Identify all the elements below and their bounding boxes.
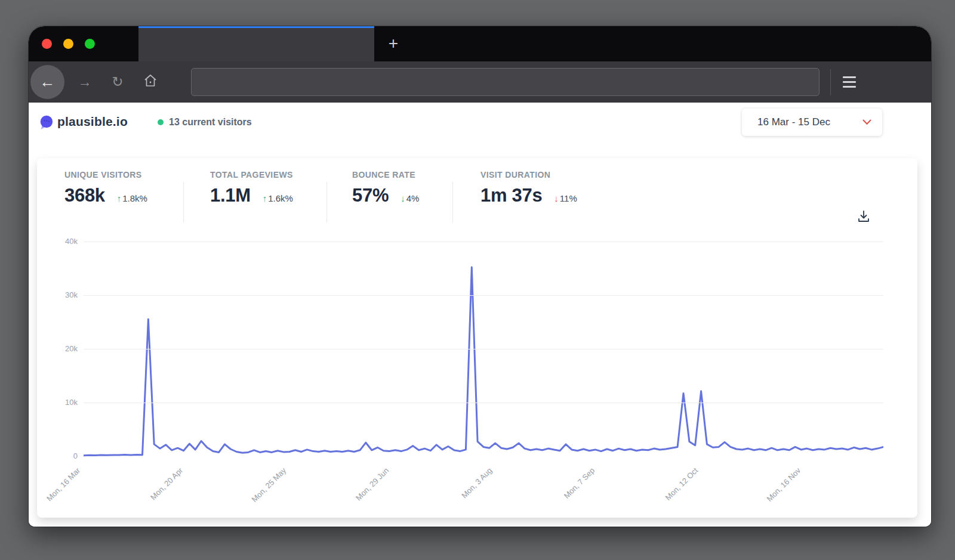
current-visitors: 13 current visitors (158, 117, 252, 128)
current-visitors-label: 13 current visitors (169, 117, 252, 128)
new-tab-button[interactable]: + (381, 33, 405, 55)
download-report-button[interactable] (857, 209, 871, 224)
gridline (84, 295, 883, 296)
stat-change: ↓4% (401, 193, 419, 203)
forward-icon: → (78, 74, 92, 89)
site-header: plausible.io 13 current visitors 16 Mar … (29, 103, 931, 158)
x-tick-label: Mon, 12 Oct (637, 466, 700, 527)
down-arrow-icon: ↓ (401, 193, 405, 203)
reload-button[interactable]: ↻ (106, 74, 130, 90)
forward-button[interactable]: → (73, 74, 97, 90)
live-dot-icon (158, 119, 164, 125)
date-range-selector[interactable]: 16 Mar - 15 Dec (742, 109, 882, 136)
x-tick-label: Mon, 25 May (226, 466, 288, 527)
stat-value: 1m 37s (480, 185, 542, 206)
x-tick-label: Mon, 16 Nov (740, 466, 802, 527)
download-icon (857, 209, 871, 224)
close-window-button[interactable] (42, 39, 52, 49)
reload-icon: ↻ (112, 74, 123, 89)
gridline (84, 242, 883, 242)
stat-value: 368k (64, 185, 105, 206)
stat-visit-duration[interactable]: VISIT DURATION 1m 37s ↓11% (480, 170, 577, 206)
stat-divider (183, 182, 184, 222)
url-bar[interactable] (191, 68, 820, 96)
up-arrow-icon: ↑ (263, 193, 267, 203)
stat-total-pageviews[interactable]: TOTAL PAGEVIEWS 1.1M ↑1.6k% (210, 170, 293, 206)
analytics-card: UNIQUE VISITORS 368k ↑1.8k% TOTAL PAGEVI… (37, 158, 917, 518)
maximize-window-button[interactable] (85, 39, 95, 49)
y-tick-label: 20k (51, 344, 78, 353)
stat-divider (452, 182, 453, 222)
home-button[interactable] (138, 73, 162, 91)
stat-change: ↑1.8k% (117, 193, 147, 203)
stat-unique-visitors[interactable]: UNIQUE VISITORS 368k ↑1.8k% (64, 170, 147, 206)
chevron-down-icon (862, 119, 871, 125)
y-tick-label: 0 (51, 451, 78, 460)
site-name[interactable]: plausible.io (57, 115, 128, 129)
x-tick-label: Mon, 20 Apr (123, 466, 185, 527)
home-icon (143, 73, 158, 88)
stat-value: 57% (352, 185, 389, 206)
y-tick-label: 30k (51, 290, 78, 299)
x-tick-label: Mon, 16 Mar (29, 466, 82, 527)
back-button[interactable]: ← (30, 65, 64, 99)
visitors-line-plot (84, 242, 883, 460)
stat-bounce-rate[interactable]: BOUNCE RATE 57% ↓4% (352, 170, 419, 206)
stat-change: ↑1.6k% (263, 193, 293, 203)
x-tick-label: Mon, 7 Sep (534, 466, 596, 527)
down-arrow-icon: ↓ (554, 193, 559, 203)
y-tick-label: 10k (51, 398, 78, 407)
browser-tab[interactable] (138, 26, 374, 61)
stat-change: ↓11% (554, 193, 577, 203)
stat-divider (326, 182, 327, 222)
stat-value: 1.1M (210, 185, 251, 206)
traffic-lights (42, 39, 95, 49)
date-range-label: 16 Mar - 15 Dec (757, 116, 862, 128)
toolbar-divider (830, 69, 831, 95)
visitors-chart: 40k30k20k10k0Mon, 16 MarMon, 20 AprMon, … (37, 236, 917, 516)
menu-button[interactable] (843, 76, 856, 88)
minimize-window-button[interactable] (63, 39, 73, 49)
plausible-logo-icon (38, 115, 54, 130)
browser-window: + ← → ↻ (29, 26, 931, 527)
gridline (84, 403, 883, 403)
stats-row: UNIQUE VISITORS 368k ↑1.8k% TOTAL PAGEVI… (37, 170, 917, 213)
dashboard-page: plausible.io 13 current visitors 16 Mar … (29, 103, 931, 527)
y-tick-label: 40k (51, 237, 78, 246)
back-icon: ← (40, 73, 56, 91)
gridline (84, 349, 883, 349)
up-arrow-icon: ↑ (117, 193, 122, 203)
x-tick-label: Mon, 29 Jun (329, 466, 391, 527)
browser-titlebar: + (29, 26, 931, 61)
browser-toolbar: ← → ↻ (29, 61, 931, 103)
x-tick-label: Mon, 3 Aug (432, 466, 494, 527)
hamburger-icon (843, 76, 856, 78)
